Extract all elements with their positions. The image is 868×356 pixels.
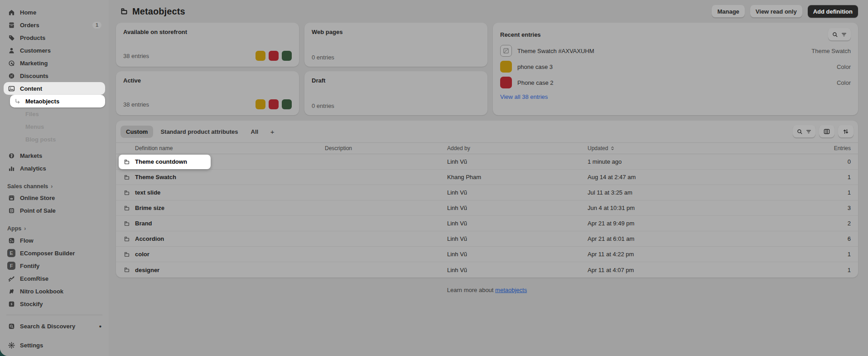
view-read-only-button[interactable]: View read only xyxy=(750,5,802,18)
markets-icon xyxy=(7,151,15,160)
metaobject-icon xyxy=(123,205,130,212)
column-entries[interactable]: Entries xyxy=(810,145,851,151)
added-by: Linh Vũ xyxy=(447,189,588,196)
sort-button[interactable] xyxy=(838,125,854,138)
sidebar-item-label: Markets xyxy=(20,152,42,159)
add-definition-button[interactable]: Add definition xyxy=(808,5,858,18)
entry-type: Theme Swatch xyxy=(811,48,851,54)
recent-entry-row[interactable]: Theme Swatch #AXVAXUHM Theme Swatch xyxy=(500,45,851,57)
sidebar-item-label: Blog posts xyxy=(25,136,56,143)
sidebar-item-marketing[interactable]: Marketing xyxy=(4,57,105,69)
apps-header[interactable]: Apps › xyxy=(4,224,105,234)
recent-entry-row[interactable]: Phone case 2 Color xyxy=(500,77,851,88)
no-image-icon xyxy=(500,45,512,57)
sidebar-item-label: Analytics xyxy=(20,165,46,172)
columns-view-button[interactable] xyxy=(819,125,834,138)
sidebar-item-home[interactable]: Home xyxy=(4,6,105,19)
gold-swatch xyxy=(256,99,265,109)
sidebar-item-metaobjects[interactable]: Metaobjects xyxy=(10,95,105,107)
chevron-right-icon: › xyxy=(51,183,53,190)
table-row[interactable]: designer Linh Vũ Apr 11 at 4:07 pm 1 xyxy=(116,262,858,278)
definition-name: text slide xyxy=(135,189,160,196)
red-swatch xyxy=(500,77,512,88)
sidebar: Home Orders 1 Products Customers Marketi… xyxy=(0,0,109,356)
manage-button[interactable]: Manage xyxy=(712,5,744,18)
metaobjects-icon xyxy=(120,7,129,16)
entry-type: Color xyxy=(837,79,851,86)
sidebar-item-content[interactable]: Content xyxy=(4,82,105,95)
sidebar-item-label: Settings xyxy=(20,342,43,349)
entries-count: 1 xyxy=(810,267,851,273)
updated-at: Apr 21 at 9:49 pm xyxy=(588,220,810,227)
column-updated[interactable]: Updated xyxy=(588,145,810,151)
added-by: Linh Vũ xyxy=(447,235,588,242)
metaobject-icon xyxy=(123,251,130,258)
sidebar-item-point-of-sale[interactable]: Point of Sale xyxy=(4,205,105,217)
sidebar-item-discounts[interactable]: Discounts xyxy=(4,69,105,82)
column-definition-name[interactable]: Definition name xyxy=(123,145,325,151)
table-row[interactable]: Theme countdown Linh Vũ 1 minute ago 0 xyxy=(116,154,858,170)
sidebar-item-online-store[interactable]: Online Store xyxy=(4,192,105,205)
green-swatch xyxy=(282,51,292,61)
table-row[interactable]: Brime size Linh Vũ Jun 4 at 10:31 pm 3 xyxy=(116,200,858,216)
entries-count: 6 xyxy=(810,235,851,242)
sidebar-item-label: Orders xyxy=(20,22,39,29)
add-view-button[interactable]: + xyxy=(265,126,279,137)
view-all-entries-link[interactable]: View all 38 entries xyxy=(500,93,548,100)
table-search-filter-button[interactable] xyxy=(793,125,815,138)
nitro-icon xyxy=(7,287,15,295)
table-header-row: Definition name Description Added by Upd… xyxy=(116,142,858,154)
recent-entry-row[interactable]: phone case 3 Color xyxy=(500,61,851,73)
sidebar-item-markets[interactable]: Markets xyxy=(4,149,105,162)
entries-count: 1 xyxy=(810,251,851,258)
sidebar-item-label: Customers xyxy=(20,47,51,54)
sidebar-item-ecomposer[interactable]: E EComposer Builder xyxy=(4,247,105,259)
added-by: Linh Vũ xyxy=(447,220,588,227)
tab-standard-product-attributes[interactable]: Standard product attributes xyxy=(155,126,243,138)
tab-all[interactable]: All xyxy=(246,126,264,138)
sidebar-item-ecomrise[interactable]: EcomRise xyxy=(4,272,105,285)
table-row[interactable]: Brand Linh Vũ Apr 21 at 9:49 pm 2 xyxy=(116,216,858,231)
products-icon xyxy=(7,34,15,42)
search-discovery-icon xyxy=(7,322,15,330)
sidebar-item-stockify[interactable]: Stockify xyxy=(4,297,105,310)
spotlight-highlight: Theme countdown xyxy=(119,155,211,169)
sidebar-item-blog-posts[interactable]: Blog posts xyxy=(4,133,105,146)
fontify-icon: F xyxy=(7,262,15,270)
web-pages-card: Web pages 0 entries xyxy=(304,23,487,67)
sidebar-item-menus[interactable]: Menus xyxy=(4,120,105,133)
entry-name: phone case 3 xyxy=(517,63,553,70)
tab-custom[interactable]: Custom xyxy=(121,126,153,138)
column-description[interactable]: Description xyxy=(325,145,447,151)
metaobject-icon xyxy=(123,220,130,227)
added-by: Linh Vũ xyxy=(447,158,588,165)
online-store-icon xyxy=(7,194,15,202)
sidebar-item-fontify[interactable]: F Fontify xyxy=(4,259,105,272)
entry-name: Theme Swatch #AXVAXUHM xyxy=(517,48,594,54)
table-row[interactable]: Theme Swatch Khang Pham Aug 14 at 2:47 a… xyxy=(116,170,858,185)
metaobjects-docs-link[interactable]: metaobjects xyxy=(495,287,527,293)
table-row[interactable]: color Linh Vũ Apr 11 at 4:22 pm 1 xyxy=(116,247,858,262)
entries-count: 3 xyxy=(810,205,851,211)
sidebar-item-flow[interactable]: Flow xyxy=(4,234,105,247)
definition-name: Theme Swatch xyxy=(135,174,176,180)
table-tabs: Custom Standard product attributes All + xyxy=(116,125,858,142)
sidebar-item-settings[interactable]: Settings xyxy=(4,339,105,351)
sales-channels-header[interactable]: Sales channels › xyxy=(4,181,105,192)
chevron-right-icon: › xyxy=(24,225,26,232)
sidebar-item-files[interactable]: Files xyxy=(4,107,105,120)
sidebar-item-orders[interactable]: Orders 1 xyxy=(4,19,105,31)
sidebar-item-products[interactable]: Products xyxy=(4,31,105,44)
table-row[interactable]: Accordion Linh Vũ Apr 21 at 6:01 am 6 xyxy=(116,231,858,247)
recent-search-filter-button[interactable] xyxy=(828,28,851,41)
elbow-arrow-icon xyxy=(14,97,21,105)
column-added-by[interactable]: Added by xyxy=(447,145,588,151)
sidebar-item-nitro-lookbook[interactable]: Nitro Lookbook xyxy=(4,285,105,297)
table-row[interactable]: text slide Linh Vũ Jul 11 at 3:25 am 1 xyxy=(116,185,858,200)
sidebar-item-analytics[interactable]: Analytics xyxy=(4,162,105,175)
sidebar-item-customers[interactable]: Customers xyxy=(4,44,105,57)
gold-swatch xyxy=(256,51,265,61)
sidebar-item-label: Stockify xyxy=(20,301,43,307)
sidebar-item-search-discovery[interactable]: Search & Discovery • xyxy=(4,320,105,332)
learn-more-footer: Learn more about metaobjects xyxy=(116,278,858,307)
